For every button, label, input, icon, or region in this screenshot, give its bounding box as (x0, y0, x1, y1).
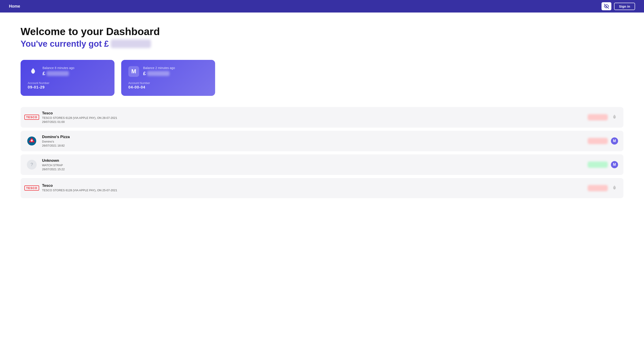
welcome-section: Welcome to your Dashboard You've current… (20, 26, 624, 49)
tx-details-1: Tesco TESCO STORES 6128 (VIA APPLE PAY),… (42, 111, 583, 124)
santander-balance-blurred (46, 71, 69, 76)
tx-date-2: 26/07/2021 18:82 (42, 144, 583, 147)
santander-bank-icon-4 (611, 185, 618, 192)
tx-amount-2 (588, 138, 608, 144)
tx-amount-1 (588, 114, 608, 120)
tx-desc-1: TESCO STORES 6128 (VIA APPLE PAY), ON 28… (42, 116, 583, 119)
unknown-logo: ? (26, 159, 38, 170)
santander-account-label: Account Number (28, 81, 107, 85)
total-balance-blurred (111, 39, 151, 48)
santander-bank-icon-1 (611, 114, 618, 121)
santander-card-bottom: Account Number 09-01-29 (28, 81, 107, 90)
nav-actions: Sign in (602, 2, 635, 10)
tx-right-1 (588, 114, 618, 121)
santander-card-icon (28, 66, 38, 77)
tx-details-3: Unknown WATCH STRAP 26/07/2021 15:22 (42, 158, 583, 171)
tx-right-2: M (588, 137, 618, 145)
monzo-card-info: Balance 2 minutes ago £ (143, 66, 175, 76)
eye-toggle-button[interactable] (602, 2, 611, 10)
transaction-list: TESCO Tesco TESCO STORES 6128 (VIA APPLE… (20, 107, 624, 198)
monzo-account-label: Account Number (128, 81, 208, 85)
tx-name-3: Unknown (42, 158, 583, 163)
monzo-card-bottom: Account Number 04-00-04 (128, 81, 208, 90)
tx-name-4: Tesco (42, 183, 583, 188)
santander-card-info: Balance 8 minutes ago £ (42, 66, 74, 76)
tx-amount-4 (588, 185, 608, 191)
monzo-bank-icon-3: M (611, 161, 618, 168)
transaction-row[interactable]: Domino's Pizza Domino's 26/07/2021 18:82… (20, 131, 624, 151)
tx-amount-3 (588, 162, 608, 168)
tx-right-4 (588, 185, 618, 192)
monzo-balance: £ (143, 71, 175, 76)
sign-in-button[interactable]: Sign in (614, 3, 635, 10)
tx-name-1: Tesco (42, 111, 583, 115)
santander-account-number: 09-01-29 (28, 85, 107, 90)
account-card-santander[interactable]: Balance 8 minutes ago £ Account Number 0… (20, 60, 114, 96)
account-card-monzo[interactable]: M Balance 2 minutes ago £ Account Number… (121, 60, 215, 96)
transaction-row[interactable]: TESCO Tesco TESCO STORES 6128 (VIA APPLE… (20, 178, 624, 198)
santander-balance-label: Balance 8 minutes ago (42, 66, 74, 70)
tx-details-4: Tesco TESCO STORES 6128 (VIA APPLE PAY),… (42, 183, 583, 193)
card-top: M Balance 2 minutes ago £ (128, 66, 208, 77)
monzo-bank-icon-2: M (611, 137, 618, 145)
tesco-logo-4: TESCO (26, 182, 38, 194)
subtitle-prefix: You've currently got £ (20, 39, 109, 49)
monzo-balance-label: Balance 2 minutes ago (143, 66, 175, 70)
balance-subtitle: You've currently got £ (20, 39, 624, 49)
santander-balance: £ (42, 71, 74, 76)
nav-title: Home (9, 4, 20, 9)
main-content: Welcome to your Dashboard You've current… (0, 12, 644, 212)
navbar: Home Sign in (0, 0, 644, 12)
monzo-balance-blurred (147, 71, 170, 76)
tx-desc-4: TESCO STORES 6128 (VIA APPLE PAY), ON 25… (42, 189, 583, 192)
card-top: Balance 8 minutes ago £ (28, 66, 107, 77)
tx-desc-3: WATCH STRAP (42, 164, 583, 167)
welcome-title: Welcome to your Dashboard (20, 26, 624, 37)
tx-desc-2: Domino's (42, 140, 583, 143)
monzo-account-number: 04-00-04 (128, 85, 208, 90)
tesco-logo-1: TESCO (26, 111, 38, 123)
tx-date-1: 29/07/2021 01:00 (42, 120, 583, 124)
dominos-logo (26, 135, 38, 147)
tx-details-2: Domino's Pizza Domino's 26/07/2021 18:82 (42, 135, 583, 147)
tx-right-3: M (588, 161, 618, 168)
tx-name-2: Domino's Pizza (42, 135, 583, 139)
svg-point-3 (31, 139, 33, 142)
transaction-row[interactable]: TESCO Tesco TESCO STORES 6128 (VIA APPLE… (20, 107, 624, 128)
tx-date-3: 26/07/2021 15:22 (42, 168, 583, 171)
account-cards: Balance 8 minutes ago £ Account Number 0… (20, 60, 624, 96)
transaction-row[interactable]: ? Unknown WATCH STRAP 26/07/2021 15:22 M (20, 154, 624, 175)
monzo-card-icon: M (128, 66, 139, 77)
